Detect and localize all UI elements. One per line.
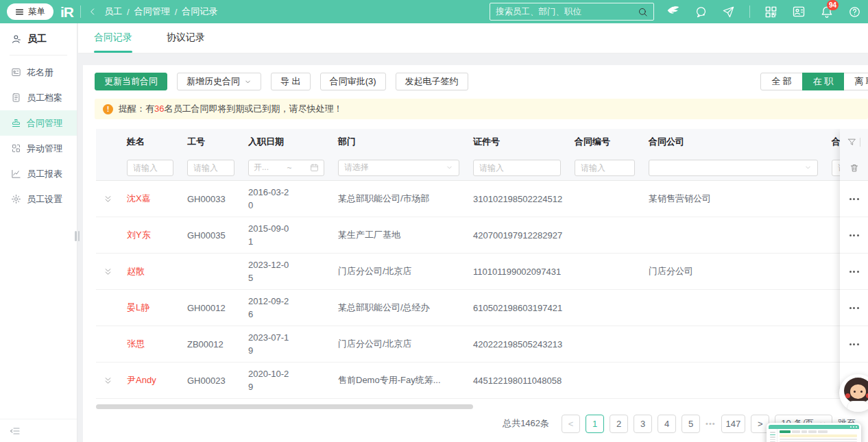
filter-contract-no-input[interactable] (575, 160, 635, 176)
pagination-page-button[interactable]: 1 (586, 415, 604, 433)
breadcrumb: 员工 / 合同管理 / 合同记录 (104, 5, 217, 18)
cell-emp-no: GH00035 (180, 230, 241, 241)
alert-exclamation-icon: ! (103, 104, 113, 114)
cell-department: 门店分公司/北京店 (331, 338, 466, 350)
back-chevron-icon[interactable] (88, 7, 97, 16)
pagination-page-button[interactable]: 2 (610, 415, 628, 433)
global-search-input[interactable] (496, 7, 634, 16)
menu-button[interactable]: 菜单 (7, 3, 53, 20)
double-chevron-down-icon[interactable] (104, 376, 112, 385)
contract-stamp-icon (11, 118, 21, 128)
sidebar-item-label: 员工报表 (27, 168, 62, 180)
avatar-body (847, 401, 868, 412)
tab-agreement-records[interactable]: 协议记录 (167, 32, 205, 53)
table-row[interactable]: 刘Y东 GH00035 2015-09-01 某生产工厂基地 420700197… (96, 217, 868, 254)
row-actions-button[interactable] (840, 254, 868, 290)
top-header: 菜单 iR 员工 / 合同管理 / 合同记录 (0, 0, 868, 23)
sidebar-item-reports[interactable]: 员工报表 (0, 161, 77, 186)
pagination-page-button[interactable]: 4 (658, 415, 676, 433)
horizontal-scrollbar-thumb[interactable] (96, 404, 473, 409)
cell-department: 某总部职能公司/市场部 (331, 193, 466, 205)
pagination-page-button[interactable]: 5 (682, 415, 700, 433)
chat-bubble-icon[interactable] (695, 5, 708, 19)
employee-name-link[interactable]: 张思 (127, 339, 145, 349)
sidebar-item-label: 合同管理 (27, 117, 62, 130)
sidebar-item-archives[interactable]: 员工档案 (0, 85, 77, 110)
double-chevron-down-icon[interactable] (104, 195, 112, 204)
contract-approval-button[interactable]: 合同审批(3) (320, 73, 386, 90)
table-row[interactable]: 尹Andy GH00023 2020-10-29 售前Demo专用-Fay统筹.… (96, 363, 868, 399)
clear-filters-cell (840, 155, 868, 181)
filter-company-select[interactable] (649, 160, 818, 176)
col-header-contract-no: 合同编号 (568, 136, 642, 148)
department-select-placeholder: 请选择 (344, 162, 369, 173)
pagination-ellipsis[interactable]: ••• (706, 419, 716, 428)
filter-emp-no-input[interactable] (187, 160, 234, 176)
breadcrumb-item[interactable]: 员工 (104, 5, 122, 18)
status-filter-active[interactable]: 在 职 (802, 73, 845, 90)
table-filter-row: 开... ~ 请选择 (96, 155, 868, 181)
mini-page-preview[interactable] (767, 423, 861, 442)
actions-column-header (840, 129, 868, 155)
row-actions-button[interactable] (840, 217, 868, 254)
header-icon-group: 94 (666, 5, 861, 19)
pagination-page-button[interactable]: 3 (634, 415, 652, 433)
sidebar-item-roster[interactable]: 花名册 (0, 60, 77, 85)
chevron-down-icon (446, 164, 453, 171)
dingtalk-wing-icon[interactable] (666, 5, 680, 19)
bell-icon[interactable]: 94 (820, 5, 834, 19)
contracts-table: 姓名 工号 入职日期 部门 证件号 合同编号 合同公司 合 开... (96, 129, 868, 399)
date-separator: ~ (287, 163, 292, 173)
status-filter-resigned[interactable]: 离 职 (843, 73, 868, 90)
row-actions-button[interactable] (840, 181, 868, 217)
table-row[interactable]: 张思 ZB00012 2023-07-19 门店分公司/北京店 42022219… (96, 326, 868, 363)
row-actions-button[interactable] (840, 326, 868, 363)
status-filter-all[interactable]: 全 部 (760, 73, 803, 90)
contacts-icon[interactable] (792, 5, 806, 19)
cell-hire-date: 2020-10-29 (241, 367, 331, 394)
filter-name-input[interactable] (127, 160, 173, 176)
collapse-sidebar-icon[interactable] (10, 426, 21, 437)
e-sign-button[interactable]: 发起电子签约 (396, 73, 468, 90)
col-header-hire-date: 入职日期 (241, 136, 331, 148)
trash-icon[interactable] (849, 163, 859, 173)
alert-count: 36 (154, 103, 164, 114)
sidebar-item-settings[interactable]: 员工设置 (0, 186, 77, 212)
search-icon[interactable] (638, 7, 648, 17)
sidebar-item-label: 异动管理 (27, 143, 62, 155)
filter-funnel-icon[interactable] (847, 138, 856, 147)
row-actions-button[interactable] (840, 290, 868, 326)
cell-id-no: 610502198603197421 (466, 303, 568, 313)
pagination-prev-button[interactable]: < (562, 415, 580, 433)
paper-plane-icon[interactable] (722, 5, 735, 19)
employee-name-link[interactable]: 刘Y东 (127, 230, 151, 240)
fixed-actions-column (840, 129, 868, 399)
filter-id-no-input[interactable] (473, 160, 561, 176)
employee-name-link[interactable]: 赵散 (127, 266, 145, 276)
filter-hire-date-range[interactable]: 开... ~ (248, 160, 324, 176)
employee-name-link[interactable]: 尹Andy (127, 375, 156, 385)
breadcrumb-item[interactable]: 合同管理 (134, 5, 170, 18)
report-chart-icon (11, 169, 21, 179)
employee-name-link[interactable]: 沈X嘉 (127, 193, 151, 204)
qr-code-icon[interactable] (764, 5, 777, 19)
help-icon[interactable] (848, 5, 861, 19)
update-contract-button[interactable]: 更新当前合同 (95, 73, 167, 90)
double-chevron-down-icon[interactable] (104, 267, 112, 276)
filter-department-select[interactable]: 请选择 (338, 160, 459, 176)
cell-department: 门店分公司/北京店 (331, 265, 466, 278)
table-row[interactable]: 沈X嘉 GH00033 2016-03-20 某总部职能公司/市场部 31010… (96, 181, 868, 217)
add-history-contract-button[interactable]: 新增历史合同 (177, 73, 261, 90)
table-row[interactable]: 赵散 2023-12-05 门店分公司/北京店 1101011990020974… (96, 254, 868, 290)
sidebar-item-label: 员工档案 (27, 92, 62, 104)
tab-contract-records[interactable]: 合同记录 (94, 32, 132, 53)
sidebar-title-label: 员工 (27, 33, 47, 45)
sidebar-item-transfers[interactable]: 异动管理 (0, 136, 77, 161)
sidebar-item-contracts[interactable]: 合同管理 (0, 110, 77, 136)
chevron-down-icon (244, 78, 252, 86)
export-button[interactable]: 导 出 (271, 73, 311, 90)
employee-name-link[interactable]: 晏L静 (127, 302, 149, 312)
table-row[interactable]: 晏L静 GH00012 2012-09-26 某总部职能公司/总经办 61050… (96, 290, 868, 326)
col-header-emp-no: 工号 (180, 136, 241, 148)
pagination-last-page-button[interactable]: 147 (721, 415, 746, 433)
